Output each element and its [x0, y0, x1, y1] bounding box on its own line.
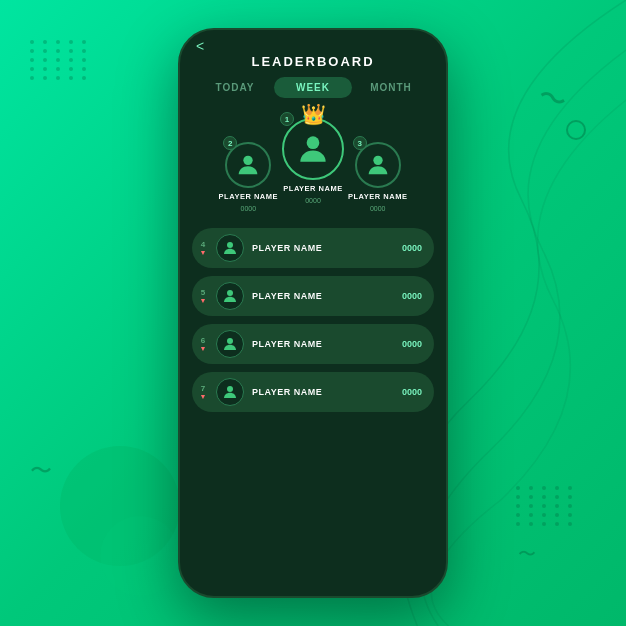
svg-point-6 — [227, 386, 233, 392]
trend-icon-4: ▼ — [200, 249, 207, 256]
list-item[interactable]: 5 ▼ PLAYER NAME 0000 — [192, 276, 434, 316]
tab-month[interactable]: MONTH — [352, 77, 430, 98]
second-rank: 2 — [223, 136, 237, 150]
tab-week[interactable]: WEEK — [274, 77, 352, 98]
back-button[interactable]: < — [196, 38, 204, 54]
podium-second: 2 PLAYER NAME 0000 — [219, 142, 278, 212]
svg-point-0 — [244, 156, 253, 165]
third-player-score: 0000 — [370, 205, 386, 212]
list-name-5: PLAYER NAME — [252, 291, 394, 301]
second-avatar-circle: 2 — [225, 142, 271, 188]
bg-circle-2 — [100, 516, 180, 596]
trend-icon-5: ▼ — [200, 297, 207, 304]
list-score-5: 0000 — [402, 291, 422, 301]
second-player-score: 0000 — [241, 205, 257, 212]
third-avatar-icon — [364, 151, 392, 179]
list-name-7: PLAYER NAME — [252, 387, 394, 397]
podium-third: 3 PLAYER NAME 0000 — [348, 142, 407, 212]
squiggle-bottom-right: 〜 — [518, 542, 536, 566]
podium-section: 2 PLAYER NAME 0000 👑 1 PLAYER NAME 0000 — [180, 108, 446, 228]
svg-point-2 — [373, 156, 382, 165]
leaderboard-list: 4 ▼ PLAYER NAME 0000 5 ▼ — [180, 228, 446, 412]
phone-mockup: < LEADERBOARD TODAY WEEK MONTH 2 PLAYER … — [178, 28, 448, 598]
avatar-icon-7 — [221, 383, 239, 401]
squiggle-left: 〜 — [30, 456, 52, 486]
dot-grid-bottom-right — [516, 486, 576, 526]
list-name-6: PLAYER NAME — [252, 339, 394, 349]
svg-point-1 — [307, 136, 320, 149]
list-avatar-5 — [216, 282, 244, 310]
second-player-name: PLAYER NAME — [219, 192, 278, 201]
squiggle-top-right: 〜 — [532, 76, 571, 121]
first-avatar-circle: 👑 1 — [282, 118, 344, 180]
first-rank: 1 — [280, 112, 294, 126]
avatar-icon-4 — [221, 239, 239, 257]
svg-point-5 — [227, 338, 233, 344]
list-score-4: 0000 — [402, 243, 422, 253]
first-player-score: 0000 — [305, 197, 321, 204]
crown-icon: 👑 — [301, 102, 326, 126]
svg-point-3 — [227, 242, 233, 248]
third-avatar-circle: 3 — [355, 142, 401, 188]
list-rank-6: 6 ▼ — [198, 336, 208, 352]
third-player-name: PLAYER NAME — [348, 192, 407, 201]
svg-point-4 — [227, 290, 233, 296]
list-rank-5: 5 ▼ — [198, 288, 208, 304]
dot-grid-top-left — [30, 40, 90, 80]
podium-first: 👑 1 PLAYER NAME 0000 — [282, 118, 344, 204]
avatar-icon-6 — [221, 335, 239, 353]
avatar-icon-5 — [221, 287, 239, 305]
first-player-name: PLAYER NAME — [283, 184, 342, 193]
trend-icon-7: ▼ — [200, 393, 207, 400]
bg-circle-1 — [60, 446, 180, 566]
list-item[interactable]: 4 ▼ PLAYER NAME 0000 — [192, 228, 434, 268]
page-title: LEADERBOARD — [180, 54, 446, 69]
first-avatar-icon — [294, 130, 332, 168]
header: LEADERBOARD — [180, 50, 446, 77]
list-score-6: 0000 — [402, 339, 422, 349]
second-avatar-icon — [234, 151, 262, 179]
phone-top-bar: < — [180, 30, 446, 50]
list-rank-4: 4 ▼ — [198, 240, 208, 256]
tab-today[interactable]: TODAY — [196, 77, 274, 98]
list-name-4: PLAYER NAME — [252, 243, 394, 253]
list-avatar-6 — [216, 330, 244, 358]
trend-icon-6: ▼ — [200, 345, 207, 352]
list-item[interactable]: 7 ▼ PLAYER NAME 0000 — [192, 372, 434, 412]
list-avatar-7 — [216, 378, 244, 406]
list-avatar-4 — [216, 234, 244, 262]
list-rank-7: 7 ▼ — [198, 384, 208, 400]
list-score-7: 0000 — [402, 387, 422, 397]
bg-ring — [566, 120, 586, 140]
list-item[interactable]: 6 ▼ PLAYER NAME 0000 — [192, 324, 434, 364]
third-rank: 3 — [353, 136, 367, 150]
